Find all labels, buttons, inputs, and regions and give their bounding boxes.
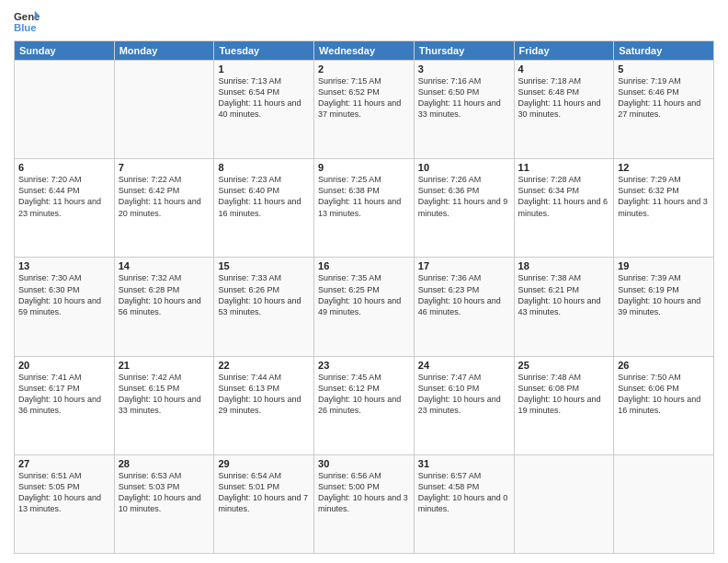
- day-info: Sunrise: 7:13 AM Sunset: 6:54 PM Dayligh…: [218, 75, 310, 121]
- calendar-cell: 18Sunrise: 7:38 AM Sunset: 6:21 PM Dayli…: [514, 258, 614, 356]
- calendar-cell: [15, 61, 115, 159]
- weekday-header: Monday: [114, 41, 214, 61]
- day-number: 4: [518, 63, 610, 75]
- day-number: 25: [518, 360, 610, 371]
- calendar-cell: 11Sunrise: 7:28 AM Sunset: 6:34 PM Dayli…: [514, 159, 614, 258]
- day-info: Sunrise: 7:30 AM Sunset: 6:30 PM Dayligh…: [18, 272, 110, 317]
- day-number: 21: [119, 360, 210, 371]
- day-info: Sunrise: 7:50 AM Sunset: 6:06 PM Dayligh…: [618, 372, 710, 417]
- calendar-cell: 6Sunrise: 7:20 AM Sunset: 6:44 PM Daylig…: [15, 159, 115, 258]
- day-number: 6: [18, 162, 110, 173]
- calendar-cell: 30Sunrise: 6:56 AM Sunset: 5:00 PM Dayli…: [314, 454, 415, 553]
- day-number: 26: [618, 360, 710, 371]
- calendar-cell: 7Sunrise: 7:22 AM Sunset: 6:42 PM Daylig…: [114, 159, 214, 258]
- day-info: Sunrise: 7:25 AM Sunset: 6:38 PM Dayligh…: [318, 174, 410, 219]
- calendar-week-row: 27Sunrise: 6:51 AM Sunset: 5:05 PM Dayli…: [15, 454, 714, 553]
- day-info: Sunrise: 7:32 AM Sunset: 6:28 PM Dayligh…: [119, 272, 210, 317]
- day-info: Sunrise: 7:45 AM Sunset: 6:12 PM Dayligh…: [318, 372, 410, 417]
- calendar-cell: 22Sunrise: 7:44 AM Sunset: 6:13 PM Dayli…: [214, 356, 314, 454]
- day-info: Sunrise: 7:39 AM Sunset: 6:19 PM Dayligh…: [618, 272, 710, 317]
- calendar-cell: 4Sunrise: 7:18 AM Sunset: 6:48 PM Daylig…: [514, 61, 614, 159]
- calendar-week-row: 20Sunrise: 7:41 AM Sunset: 6:17 PM Dayli…: [15, 356, 714, 454]
- calendar-cell: 1Sunrise: 7:13 AM Sunset: 6:54 PM Daylig…: [214, 61, 314, 159]
- day-info: Sunrise: 6:51 AM Sunset: 5:05 PM Dayligh…: [18, 470, 110, 515]
- weekday-header: Saturday: [614, 41, 714, 61]
- calendar-cell: 28Sunrise: 6:53 AM Sunset: 5:03 PM Dayli…: [114, 454, 214, 553]
- calendar-cell: 8Sunrise: 7:23 AM Sunset: 6:40 PM Daylig…: [214, 159, 314, 258]
- calendar-cell: 10Sunrise: 7:26 AM Sunset: 6:36 PM Dayli…: [414, 159, 514, 258]
- day-info: Sunrise: 7:29 AM Sunset: 6:32 PM Dayligh…: [618, 174, 710, 219]
- day-info: Sunrise: 7:22 AM Sunset: 6:42 PM Dayligh…: [119, 174, 210, 219]
- calendar-cell: 17Sunrise: 7:36 AM Sunset: 6:23 PM Dayli…: [414, 258, 514, 356]
- calendar-cell: 23Sunrise: 7:45 AM Sunset: 6:12 PM Dayli…: [314, 356, 415, 454]
- header: General Blue: [14, 9, 714, 35]
- logo-icon: General Blue: [14, 9, 40, 35]
- calendar-table: SundayMondayTuesdayWednesdayThursdayFrid…: [14, 40, 714, 554]
- day-info: Sunrise: 7:36 AM Sunset: 6:23 PM Dayligh…: [418, 272, 510, 317]
- day-info: Sunrise: 7:20 AM Sunset: 6:44 PM Dayligh…: [18, 174, 110, 219]
- day-info: Sunrise: 7:48 AM Sunset: 6:08 PM Dayligh…: [518, 372, 610, 417]
- weekday-header: Thursday: [414, 41, 514, 61]
- day-number: 22: [218, 360, 310, 371]
- day-info: Sunrise: 7:33 AM Sunset: 6:26 PM Dayligh…: [218, 272, 310, 317]
- day-info: Sunrise: 7:16 AM Sunset: 6:50 PM Dayligh…: [418, 75, 510, 121]
- calendar-cell: 21Sunrise: 7:42 AM Sunset: 6:15 PM Dayli…: [114, 356, 214, 454]
- day-number: 19: [618, 260, 710, 271]
- day-info: Sunrise: 7:35 AM Sunset: 6:25 PM Dayligh…: [318, 272, 410, 317]
- calendar-cell: 13Sunrise: 7:30 AM Sunset: 6:30 PM Dayli…: [15, 258, 115, 356]
- calendar-cell: 31Sunrise: 6:57 AM Sunset: 4:58 PM Dayli…: [414, 454, 514, 553]
- day-info: Sunrise: 7:42 AM Sunset: 6:15 PM Dayligh…: [119, 372, 210, 417]
- svg-text:Blue: Blue: [14, 22, 37, 33]
- calendar-header-row: SundayMondayTuesdayWednesdayThursdayFrid…: [15, 41, 714, 61]
- day-number: 31: [418, 458, 510, 469]
- weekday-header: Wednesday: [314, 41, 415, 61]
- day-number: 3: [418, 63, 510, 75]
- day-number: 10: [418, 162, 510, 173]
- day-number: 30: [318, 458, 410, 469]
- day-info: Sunrise: 6:56 AM Sunset: 5:00 PM Dayligh…: [318, 470, 410, 515]
- day-info: Sunrise: 6:57 AM Sunset: 4:58 PM Dayligh…: [418, 470, 510, 515]
- calendar-cell: 29Sunrise: 6:54 AM Sunset: 5:01 PM Dayli…: [214, 454, 314, 553]
- calendar-cell: 12Sunrise: 7:29 AM Sunset: 6:32 PM Dayli…: [614, 159, 714, 258]
- day-number: 5: [618, 63, 710, 75]
- day-number: 20: [18, 360, 110, 371]
- weekday-header: Tuesday: [214, 41, 314, 61]
- calendar-cell: 2Sunrise: 7:15 AM Sunset: 6:52 PM Daylig…: [314, 61, 415, 159]
- weekday-header: Sunday: [15, 41, 115, 61]
- calendar-cell: 20Sunrise: 7:41 AM Sunset: 6:17 PM Dayli…: [15, 356, 115, 454]
- day-info: Sunrise: 7:44 AM Sunset: 6:13 PM Dayligh…: [218, 372, 310, 417]
- calendar-cell: [514, 454, 614, 553]
- day-info: Sunrise: 7:18 AM Sunset: 6:48 PM Dayligh…: [518, 75, 610, 121]
- day-number: 18: [518, 260, 610, 271]
- calendar-cell: 16Sunrise: 7:35 AM Sunset: 6:25 PM Dayli…: [314, 258, 415, 356]
- weekday-header: Friday: [514, 41, 614, 61]
- calendar-cell: [614, 454, 714, 553]
- day-info: Sunrise: 7:26 AM Sunset: 6:36 PM Dayligh…: [418, 174, 510, 219]
- day-info: Sunrise: 7:38 AM Sunset: 6:21 PM Dayligh…: [518, 272, 610, 317]
- calendar-week-row: 6Sunrise: 7:20 AM Sunset: 6:44 PM Daylig…: [15, 159, 714, 258]
- day-number: 14: [119, 260, 210, 271]
- day-info: Sunrise: 6:54 AM Sunset: 5:01 PM Dayligh…: [218, 470, 310, 515]
- day-number: 29: [218, 458, 310, 469]
- calendar-cell: 19Sunrise: 7:39 AM Sunset: 6:19 PM Dayli…: [614, 258, 714, 356]
- day-number: 27: [18, 458, 110, 469]
- calendar-cell: 25Sunrise: 7:48 AM Sunset: 6:08 PM Dayli…: [514, 356, 614, 454]
- day-number: 7: [119, 162, 210, 173]
- day-number: 2: [318, 63, 410, 75]
- calendar-week-row: 13Sunrise: 7:30 AM Sunset: 6:30 PM Dayli…: [15, 258, 714, 356]
- day-info: Sunrise: 7:23 AM Sunset: 6:40 PM Dayligh…: [218, 174, 310, 219]
- calendar-cell: [114, 61, 214, 159]
- day-number: 13: [18, 260, 110, 271]
- day-info: Sunrise: 6:53 AM Sunset: 5:03 PM Dayligh…: [119, 470, 210, 515]
- day-number: 16: [318, 260, 410, 271]
- day-number: 24: [418, 360, 510, 371]
- day-number: 12: [618, 162, 710, 173]
- day-info: Sunrise: 7:15 AM Sunset: 6:52 PM Dayligh…: [318, 75, 410, 121]
- day-info: Sunrise: 7:28 AM Sunset: 6:34 PM Dayligh…: [518, 174, 610, 219]
- calendar-cell: 27Sunrise: 6:51 AM Sunset: 5:05 PM Dayli…: [15, 454, 115, 553]
- day-number: 15: [218, 260, 310, 271]
- day-number: 9: [318, 162, 410, 173]
- day-info: Sunrise: 7:41 AM Sunset: 6:17 PM Dayligh…: [18, 372, 110, 417]
- calendar-cell: 15Sunrise: 7:33 AM Sunset: 6:26 PM Dayli…: [214, 258, 314, 356]
- logo: General Blue: [14, 9, 40, 35]
